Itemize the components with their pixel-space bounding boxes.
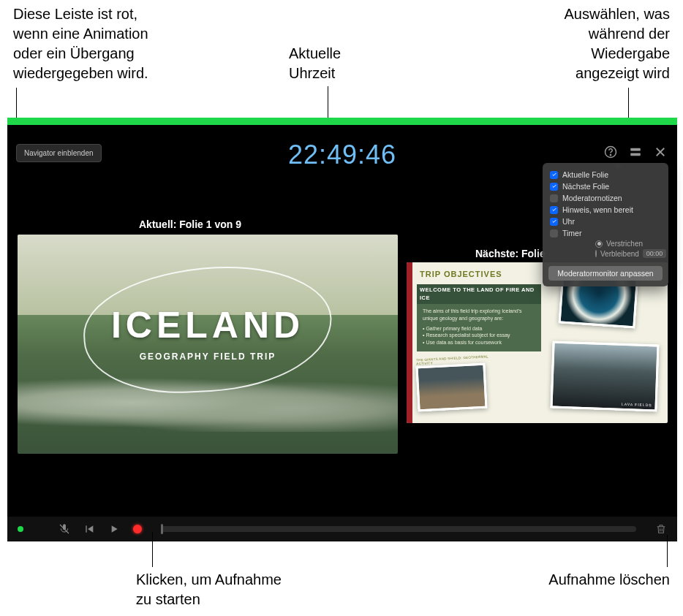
- mute-mic-icon[interactable]: [59, 523, 70, 535]
- checkbox-checked-icon: [550, 206, 558, 214]
- thumb-caption: LAVA FIELDS: [622, 402, 652, 407]
- next-slide-label: Nächste: Folie: [475, 248, 546, 259]
- callout-line: [16, 88, 17, 121]
- svg-rect-5: [86, 525, 86, 532]
- option-current-slide[interactable]: Aktuelle Folie: [543, 169, 668, 180]
- welcome-bullet: • Gather primary field data: [423, 325, 535, 332]
- next-slide-title: TRIP OBJECTIVES: [420, 270, 502, 278]
- callout-line: [152, 532, 153, 567]
- current-time-clock: 22:49:46: [288, 140, 396, 170]
- display-options-popover: Aktuelle Folie Nächste Folie Moderatorno…: [543, 163, 668, 286]
- welcome-bullet: • Research specialist subject for essay: [423, 332, 535, 339]
- callout-delete: Aufnahme löschen: [548, 570, 670, 590]
- show-navigator-button[interactable]: Navigator einblenden: [16, 144, 102, 162]
- timer-elapsed-radio[interactable]: Verstrichen: [595, 239, 661, 248]
- recording-toolbar: [7, 517, 677, 541]
- option-label: Timer: [562, 229, 581, 237]
- presenter-display: Navigator einblenden 22:49:46 Aktuell: F…: [7, 118, 677, 541]
- layout-options-icon[interactable]: [629, 145, 642, 159]
- svg-rect-2: [630, 148, 641, 151]
- option-label: Uhr: [562, 217, 575, 226]
- radio-selected-icon: [595, 240, 603, 248]
- callout-line: [667, 535, 668, 567]
- checkbox-unchecked-icon: [550, 194, 558, 202]
- option-label: Nächste Folie: [562, 182, 609, 191]
- callout-green-bar: Diese Leiste ist rot, wenn eine Animatio…: [13, 4, 148, 83]
- playback-status-bar: [7, 118, 677, 125]
- checkbox-unchecked-icon: [550, 229, 558, 237]
- next-slide-thumb: LAVA FIELDS: [550, 341, 659, 411]
- svg-rect-3: [630, 153, 641, 156]
- callout-options: Auswählen, was während der Wiedergabe an…: [564, 4, 670, 83]
- welcome-heading: WELCOME TO THE LAND OF FIRE AND ICE: [417, 284, 541, 304]
- svg-point-1: [610, 155, 611, 156]
- close-icon[interactable]: [654, 145, 667, 159]
- welcome-bullet: • Use data as basis for coursework: [423, 339, 535, 346]
- checkbox-checked-icon: [550, 171, 558, 179]
- next-slide-textbox: WELCOME TO THE LAND OF FIRE AND ICE The …: [417, 284, 541, 351]
- radio-unselected-icon: [595, 250, 597, 257]
- timer-remaining-radio[interactable]: Verbleibend 00:00: [595, 248, 661, 259]
- welcome-body: The aims of this field trip exploring Ic…: [423, 308, 535, 322]
- delete-recording-button[interactable]: [655, 523, 667, 535]
- next-slide-preview[interactable]: TRIP OBJECTIVES WELCOME TO THE LAND OF F…: [407, 262, 668, 423]
- callout-record: Klicken, um Aufnahme zu starten: [136, 570, 282, 609]
- option-timer[interactable]: Timer: [543, 227, 668, 239]
- option-label: Hinweis, wenn bereit: [562, 205, 633, 214]
- timeline-playhead[interactable]: [161, 524, 163, 534]
- checkbox-checked-icon: [550, 183, 558, 191]
- thumb-caption: THE GIANTS AND SHIELD: GEOTHERMAL ACTIVI…: [416, 354, 497, 366]
- option-label: Moderatornotizen: [562, 194, 622, 202]
- slide-title: ICELAND: [111, 304, 304, 346]
- customize-presenter-monitor-button[interactable]: Moderatormonitor anpassen: [548, 266, 663, 281]
- current-slide-preview[interactable]: ICELAND GEOGRAPHY FIELD TRIP: [18, 235, 398, 454]
- current-slide-label: Aktuell: Folie 1 von 9: [139, 218, 241, 230]
- play-icon[interactable]: [108, 523, 120, 535]
- option-ready-indicator[interactable]: Hinweis, wenn bereit: [543, 204, 668, 216]
- help-icon[interactable]: [604, 145, 617, 159]
- option-next-slide[interactable]: Nächste Folie: [543, 180, 668, 192]
- status-indicator-icon: [18, 526, 23, 532]
- option-clock[interactable]: Uhr: [543, 216, 668, 227]
- skip-back-icon[interactable]: [83, 523, 95, 535]
- callout-clock: Aktuelle Uhrzeit: [289, 44, 341, 83]
- timer-remaining-value[interactable]: 00:00: [643, 249, 667, 258]
- next-slide-thumb: THE GIANTS AND SHIELD: GEOTHERMAL ACTIVI…: [415, 363, 487, 412]
- radio-label: Verstrichen: [606, 240, 643, 248]
- option-presenter-notes[interactable]: Moderatornotizen: [543, 192, 668, 204]
- radio-label: Verbleibend: [600, 250, 639, 258]
- recording-timeline[interactable]: [161, 526, 636, 532]
- checkbox-checked-icon: [550, 218, 558, 226]
- option-label: Aktuelle Folie: [562, 170, 608, 179]
- record-button[interactable]: [133, 525, 142, 533]
- slide-subtitle: GEOGRAPHY FIELD TRIP: [140, 351, 276, 362]
